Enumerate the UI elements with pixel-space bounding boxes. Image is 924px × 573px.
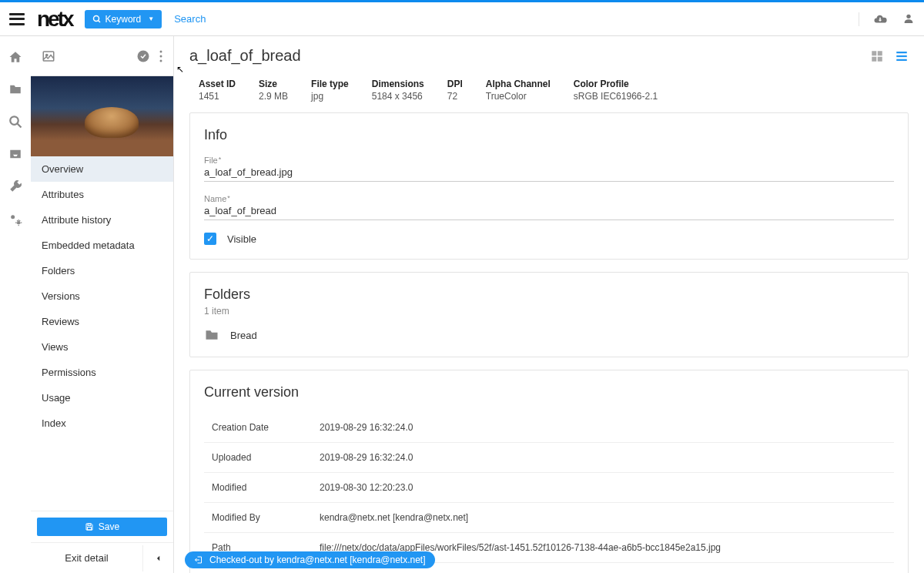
table-row: Creation Date2019-08-29 16:32:24.0	[204, 413, 894, 442]
home-icon[interactable]	[8, 50, 22, 64]
svg-line-1	[98, 20, 100, 22]
asset-title: a_loaf_of_bread	[189, 47, 301, 65]
panel-top	[31, 36, 173, 76]
visible-checkbox[interactable]: ✓	[204, 233, 216, 245]
version-title: Current version	[204, 384, 894, 400]
table-row: Modified2019-08-30 12:20:23.0	[204, 472, 894, 502]
nav-overview[interactable]: Overview	[31, 156, 173, 182]
folder-icon[interactable]	[8, 82, 22, 96]
save-button[interactable]: Save	[37, 518, 167, 536]
cursor-icon: ↖	[176, 64, 184, 75]
folders-card: Folders 1 item Bread	[189, 272, 909, 357]
svg-point-3	[10, 116, 18, 125]
menu-toggle[interactable]	[9, 13, 25, 25]
nav-versions[interactable]: Versions	[31, 283, 173, 309]
meta-alpha: Alpha ChannelTrueColor	[486, 79, 551, 102]
svg-rect-13	[88, 524, 91, 526]
version-card: Current version Creation Date2019-08-29 …	[189, 370, 909, 573]
nav-list: Overview Attributes Attribute history Em…	[31, 156, 173, 511]
exit-detail-button[interactable]: Exit detail	[31, 543, 142, 573]
folder-row[interactable]: Bread	[204, 327, 894, 343]
svg-point-8	[46, 54, 48, 55]
file-value: a_loaf_of_bread.jpg	[204, 166, 894, 182]
hamburger-icon	[9, 13, 25, 25]
svg-point-5	[11, 215, 15, 219]
info-card: Info File a_loaf_of_bread.jpg Name a_loa…	[189, 112, 909, 260]
collapse-button[interactable]	[142, 545, 173, 571]
svg-point-12	[160, 59, 162, 62]
meta-file-type: File typejpg	[311, 79, 349, 102]
header-right	[859, 12, 915, 26]
meta-dimensions: Dimensions5184 x 3456	[372, 79, 424, 102]
file-field[interactable]: File a_loaf_of_bread.jpg	[204, 156, 894, 182]
title-bar: a_loaf_of_bread	[189, 47, 909, 65]
meta-dpi: DPI72	[447, 79, 463, 102]
wrench-icon[interactable]	[8, 179, 22, 193]
svg-rect-15	[872, 51, 876, 55]
asset-thumbnail[interactable]	[31, 76, 173, 156]
svg-point-2	[906, 14, 910, 18]
svg-rect-16	[878, 51, 882, 55]
nav-embedded-metadata[interactable]: Embedded metadata	[31, 233, 173, 258]
visible-row: ✓ Visible	[204, 233, 894, 245]
icon-sidebar	[0, 36, 31, 573]
chevron-left-icon	[155, 555, 162, 562]
name-label: Name	[204, 194, 894, 203]
checkedout-text: Checked-out by kendra@netx.net [kendra@n…	[209, 555, 426, 565]
name-field[interactable]: Name a_loaf_of_bread	[204, 194, 894, 220]
meta-asset-id: Asset ID1451	[199, 79, 236, 102]
nav-attribute-history[interactable]: Attribute history	[31, 207, 173, 233]
grid-view-icon[interactable]	[870, 49, 884, 63]
svg-point-9	[138, 50, 149, 62]
file-label: File	[204, 156, 894, 165]
image-icon[interactable]	[42, 49, 55, 63]
main-wrap: Overview Attributes Attribute history Em…	[0, 36, 924, 573]
gears-icon[interactable]	[8, 212, 23, 227]
user-icon[interactable]	[902, 12, 915, 26]
search-nav-icon[interactable]	[8, 115, 22, 129]
table-row: Uploaded2019-08-29 16:32:24.0	[204, 442, 894, 472]
more-vertical-icon[interactable]	[159, 50, 162, 62]
nav-permissions[interactable]: Permissions	[31, 360, 173, 385]
search-input[interactable]	[174, 13, 303, 25]
svg-point-10	[160, 50, 162, 52]
name-value: a_loaf_of_bread	[204, 205, 894, 220]
keyword-label: Keyword	[105, 14, 142, 25]
checked-out-pill: Checked-out by kendra@netx.net [kendra@n…	[185, 551, 435, 568]
version-table: Creation Date2019-08-29 16:32:24.0 Uploa…	[204, 413, 894, 573]
table-row: Modified Bykendra@netx.net [kendra@netx.…	[204, 502, 894, 532]
save-icon	[85, 522, 94, 531]
nav-views[interactable]: Views	[31, 334, 173, 360]
save-label: Save	[99, 521, 119, 532]
nav-attributes[interactable]: Attributes	[31, 182, 173, 207]
exit-bar: Exit detail	[31, 542, 173, 573]
folder-name: Bread	[230, 330, 257, 341]
search-icon	[92, 15, 102, 24]
meta-size: Size2.9 MB	[259, 79, 288, 102]
nav-usage[interactable]: Usage	[31, 385, 173, 410]
svg-rect-19	[896, 52, 907, 53]
svg-rect-14	[87, 528, 91, 531]
svg-point-11	[160, 55, 162, 57]
panel-bottom: Save	[31, 511, 173, 542]
caret-down-icon: ▼	[148, 15, 154, 22]
folders-title: Folders	[204, 286, 894, 303]
nav-folders[interactable]: Folders	[31, 258, 173, 283]
nav-reviews[interactable]: Reviews	[31, 309, 173, 334]
check-circle-icon[interactable]	[136, 49, 150, 63]
nav-index[interactable]: Index	[31, 410, 173, 436]
checkout-icon	[194, 555, 203, 565]
list-view-icon[interactable]	[895, 49, 909, 63]
svg-rect-18	[878, 56, 882, 61]
app-header: netx Keyword ▼	[0, 2, 924, 36]
meta-row: Asset ID1451 Size2.9 MB File typejpg Dim…	[189, 71, 909, 112]
visible-label: Visible	[227, 233, 256, 245]
logo[interactable]: netx	[37, 7, 72, 32]
svg-line-4	[17, 123, 21, 127]
folders-count: 1 item	[204, 306, 894, 317]
keyword-button[interactable]: Keyword ▼	[85, 10, 162, 28]
inbox-icon[interactable]	[8, 147, 22, 161]
cloud-upload-icon[interactable]	[873, 12, 887, 26]
meta-profile: Color ProfilesRGB IEC61966-2.1	[574, 79, 658, 102]
svg-point-0	[93, 15, 99, 21]
